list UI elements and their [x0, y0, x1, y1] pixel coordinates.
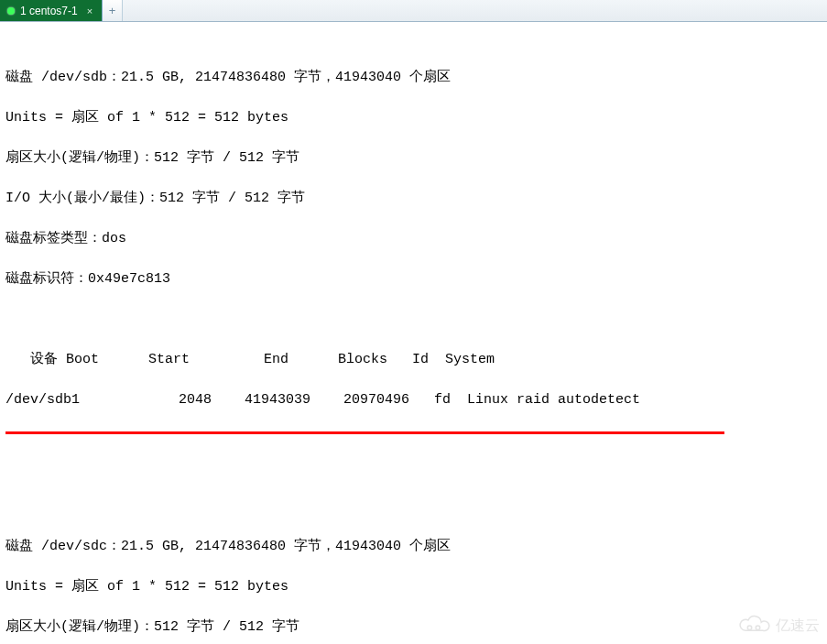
- disk-units: Units = 扇区 of 1 * 512 = 512 bytes: [5, 108, 822, 128]
- disk-sector-size: 扇区大小(逻辑/物理)：512 字节 / 512 字节: [5, 148, 822, 169]
- disk-io-size: I/O 大小(最小/最佳)：512 字节 / 512 字节: [5, 189, 822, 209]
- tab-bar: 1 centos7-1 × +: [0, 0, 827, 22]
- plus-icon: +: [109, 4, 116, 17]
- highlight-underline-icon: [5, 431, 724, 434]
- new-tab-button[interactable]: +: [103, 0, 123, 21]
- partition-row: /dev/sdb1 2048 41943039 20970496 fd Linu…: [5, 390, 822, 410]
- disk-block-sdb: 磁盘 /dev/sdb：21.5 GB, 21474836480 字节，4194…: [5, 48, 822, 456]
- terminal-output[interactable]: 磁盘 /dev/sdb：21.5 GB, 21474836480 字节，4194…: [0, 22, 827, 644]
- watermark-text: 亿速云: [776, 617, 820, 636]
- cloud-icon: [737, 615, 770, 637]
- watermark: 亿速云: [737, 615, 820, 637]
- blank-line: [5, 476, 822, 497]
- disk-identifier: 磁盘标识符：0x49e7c813: [5, 269, 822, 289]
- close-icon[interactable]: ×: [87, 5, 92, 16]
- partition-columns: 设备 Boot Start End Blocks Id System: [5, 350, 822, 370]
- svg-point-0: [747, 626, 752, 630]
- disk-header: 磁盘 /dev/sdb：21.5 GB, 21474836480 字节，4194…: [5, 68, 822, 88]
- svg-point-1: [756, 626, 760, 630]
- disk-block-sdc: 磁盘 /dev/sdc：21.5 GB, 21474836480 字节，4194…: [5, 517, 822, 644]
- blank-line: [5, 310, 822, 330]
- disk-label-type: 磁盘标签类型：dos: [5, 229, 822, 249]
- disk-units: Units = 扇区 of 1 * 512 = 512 bytes: [5, 577, 822, 597]
- tab-centos7-1[interactable]: 1 centos7-1 ×: [0, 0, 103, 21]
- tab-label: 1 centos7-1: [20, 5, 78, 17]
- disk-header: 磁盘 /dev/sdc：21.5 GB, 21474836480 字节，4194…: [5, 537, 822, 557]
- status-dot-icon: [7, 7, 15, 15]
- disk-sector-size: 扇区大小(逻辑/物理)：512 字节 / 512 字节: [5, 617, 822, 638]
